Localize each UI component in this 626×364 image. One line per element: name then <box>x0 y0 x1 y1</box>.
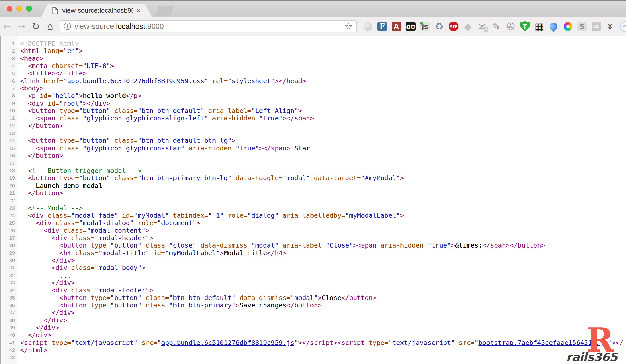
line-number: 10 <box>1 107 15 114</box>
mail-checker-icon[interactable]: ✉? <box>477 21 487 32</box>
view-source-content: 1<!DOCTYPE html>2<html lang="en">3<head>… <box>0 36 626 364</box>
line-number: 35 <box>1 294 15 302</box>
source-line: 3<head> <box>0 55 626 62</box>
line-number: 19 <box>1 174 15 182</box>
line-number: 26 <box>1 227 15 234</box>
rails365-watermark: R rails365 <box>566 327 617 364</box>
source-line: 4 <meta charset="UTF-8"> <box>0 62 626 70</box>
page-favicon-icon <box>52 7 58 14</box>
globe-icon[interactable] <box>363 21 373 32</box>
m-chevron-icon[interactable]: » <box>606 21 616 32</box>
line-number: 28 <box>1 242 15 249</box>
line-number: 37 <box>1 309 15 316</box>
line-number: 8 <box>1 92 15 99</box>
source-line: 8 <p id="hello">hello world</p> <box>0 92 626 99</box>
line-number: 40 <box>1 331 15 339</box>
zoom-window-button[interactable] <box>26 6 32 12</box>
line-number: 24 <box>1 212 15 219</box>
diamond-icon[interactable]: ◆ <box>463 21 473 32</box>
recycle-icon[interactable]: ♻ <box>434 21 444 32</box>
reload-icon[interactable]: ↻ <box>29 21 43 32</box>
source-line: 38 </div> <box>0 317 626 324</box>
source-line: 10 <button type="button" class="btn btn-… <box>0 107 626 114</box>
back-icon[interactable]: ← <box>0 21 14 32</box>
tab-title: view-source:localhost:9000 <box>62 7 133 15</box>
line-number: 4 <box>1 62 15 70</box>
shield-t-icon[interactable]: T <box>520 21 530 32</box>
cloud-icon[interactable]: YA <box>620 21 626 32</box>
source-line: 14 <button type="button" class="btn btn-… <box>0 137 626 144</box>
line-number: 16 <box>1 152 15 159</box>
source-line: 1<!DOCTYPE html> <box>0 40 626 47</box>
rails365-r-logo: R <box>566 327 614 354</box>
source-line: 9 <div id="root"></div> <box>0 100 626 107</box>
bookmark-star-icon[interactable]: ☆ <box>345 21 353 31</box>
line-number: 11 <box>1 114 15 122</box>
blue-pin-icon[interactable] <box>548 21 559 32</box>
source-line: 25 <div class="modal-dialog" role="docum… <box>0 219 626 227</box>
url-port: :9000 <box>145 22 164 30</box>
source-line: 12 </button> <box>0 122 626 129</box>
source-line: 7<body> <box>0 85 626 92</box>
source-line: 28 <button type="button" class="close" d… <box>0 242 626 249</box>
line-number: 23 <box>1 204 15 212</box>
minimize-window-button[interactable] <box>16 6 22 12</box>
source-line: 30 </div> <box>0 257 626 264</box>
owl-eyes-icon[interactable]: oo <box>406 21 416 32</box>
source-line: 42</html> <box>0 346 626 354</box>
line-number: 15 <box>1 145 15 152</box>
letter-a-icon[interactable]: A <box>391 21 402 32</box>
letter-f-icon[interactable]: F <box>377 21 387 32</box>
source-line: 41<script type="text/javascript" src="ap… <box>0 339 626 346</box>
line-number: 20 <box>1 182 15 189</box>
close-window-button[interactable] <box>7 6 12 12</box>
source-line: 32 ... <box>0 272 626 279</box>
source-line: 13 <box>0 129 626 137</box>
line-number: 39 <box>1 324 15 331</box>
color-flower-icon[interactable] <box>563 21 573 32</box>
line-number: 30 <box>1 257 15 264</box>
line-number: 1 <box>1 40 15 47</box>
line-number: 3 <box>1 55 15 62</box>
source-line: 5 <title></title> <box>0 70 626 77</box>
source-link[interactable]: app.bundle.6c5101276dbf8819c959.css <box>67 77 204 85</box>
film-reel-icon[interactable]: ✇ <box>506 21 516 32</box>
address-bar[interactable]: i view-source:localhost:9000 ☆ <box>60 20 357 32</box>
source-line: 20 Launch demo modal <box>0 182 626 189</box>
source-line: 15 <span class="glyphicon glyphicon-star… <box>0 145 626 152</box>
line-number: 42 <box>1 346 15 354</box>
home-icon[interactable]: ⌂ <box>43 21 57 32</box>
new-tab-button[interactable] <box>155 6 174 16</box>
source-line: 40 </div> <box>0 331 626 339</box>
source-line: 39 </div> <box>0 324 626 331</box>
source-link[interactable]: app.bundle.6c5101276dbf8819c959.js <box>161 339 294 346</box>
line-number: 12 <box>1 122 15 129</box>
source-line: 11 <span class="glyphicon glyphicon-alig… <box>0 114 626 122</box>
tab-close-icon[interactable]: × <box>136 7 141 15</box>
letter-s-icon[interactable]: S <box>577 21 587 32</box>
js-icon[interactable]: js <box>420 21 430 32</box>
line-number: 2 <box>1 47 15 55</box>
line-number: 32 <box>1 272 15 279</box>
line-number: 31 <box>1 264 15 271</box>
hand-sketch-icon[interactable]: ✎ <box>491 21 502 32</box>
browser-window: view-source:localhost:9000 × ← → ↻ ⌂ i v… <box>0 0 626 364</box>
source-line: 33 </div> <box>0 279 626 287</box>
page-info-icon[interactable]: i <box>64 23 71 30</box>
code-pane: 1<!DOCTYPE html>2<html lang="en">3<head>… <box>0 40 626 361</box>
forward-icon[interactable]: → <box>14 21 29 32</box>
adblock-abp-icon[interactable]: ABP <box>448 21 459 32</box>
dl-icon[interactable]: DL <box>591 21 602 32</box>
tab-strip: view-source:localhost:9000 × <box>0 0 626 17</box>
tab-view-source[interactable]: view-source:localhost:9000 × <box>41 4 152 17</box>
qr-code-icon[interactable]: ▦ <box>534 21 544 32</box>
source-line: 18 <!-- Button trigger modal --> <box>0 167 626 174</box>
line-number: 38 <box>1 317 15 324</box>
source-line: 2<html lang="en"> <box>0 47 626 55</box>
source-line: 16 </button> <box>0 152 626 159</box>
source-line: 23 <!-- Modal --> <box>0 204 626 212</box>
source-line: 43 <box>0 354 626 361</box>
source-line: 34 <div class="modal-footer"> <box>0 287 626 294</box>
line-number: 41 <box>1 339 15 346</box>
source-line: 22 <box>0 197 626 204</box>
